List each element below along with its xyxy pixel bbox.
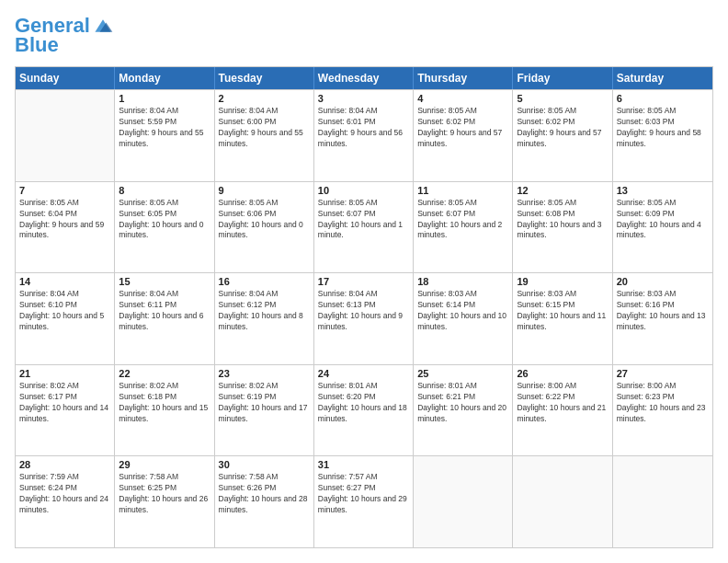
calendar-cell: 10Sunrise: 8:05 AM Sunset: 6:07 PM Dayli… [314, 182, 414, 273]
day-info: Sunrise: 8:04 AM Sunset: 6:01 PM Dayligh… [318, 106, 409, 150]
day-number: 30 [219, 459, 310, 470]
calendar-cell: 6Sunrise: 8:05 AM Sunset: 6:03 PM Daylig… [613, 90, 712, 181]
day-number: 7 [19, 185, 110, 196]
page: General Blue SundayMondayTuesdayWednesda… [0, 0, 728, 563]
calendar-cell: 26Sunrise: 8:00 AM Sunset: 6:22 PM Dayli… [513, 365, 612, 456]
logo: General Blue [15, 15, 114, 57]
day-info: Sunrise: 8:05 AM Sunset: 6:07 PM Dayligh… [318, 198, 409, 242]
day-info: Sunrise: 8:04 AM Sunset: 6:00 PM Dayligh… [219, 106, 310, 150]
calendar: SundayMondayTuesdayWednesdayThursdayFrid… [15, 66, 713, 548]
calendar-cell: 29Sunrise: 7:58 AM Sunset: 6:25 PM Dayli… [115, 456, 214, 547]
day-info: Sunrise: 8:01 AM Sunset: 6:21 PM Dayligh… [417, 381, 508, 425]
day-number: 15 [119, 276, 210, 287]
weekday-header: Thursday [414, 67, 513, 89]
day-number: 31 [318, 459, 409, 470]
day-info: Sunrise: 8:05 AM Sunset: 6:08 PM Dayligh… [517, 198, 608, 242]
calendar-cell: 19Sunrise: 8:03 AM Sunset: 6:15 PM Dayli… [513, 273, 612, 364]
day-info: Sunrise: 8:05 AM Sunset: 6:09 PM Dayligh… [617, 198, 709, 242]
day-info: Sunrise: 8:05 AM Sunset: 6:04 PM Dayligh… [19, 198, 110, 242]
day-number: 24 [318, 368, 409, 379]
day-number: 6 [617, 93, 709, 104]
day-number: 16 [219, 276, 310, 287]
calendar-cell: 4Sunrise: 8:05 AM Sunset: 6:02 PM Daylig… [414, 90, 513, 181]
day-info: Sunrise: 8:02 AM Sunset: 6:18 PM Dayligh… [119, 381, 210, 425]
day-number: 10 [318, 185, 409, 196]
day-info: Sunrise: 8:05 AM Sunset: 6:03 PM Dayligh… [617, 106, 709, 150]
day-info: Sunrise: 8:03 AM Sunset: 6:15 PM Dayligh… [517, 289, 608, 333]
day-info: Sunrise: 8:05 AM Sunset: 6:05 PM Dayligh… [119, 198, 210, 242]
day-info: Sunrise: 8:00 AM Sunset: 6:23 PM Dayligh… [617, 381, 709, 425]
calendar-cell [16, 90, 115, 181]
calendar-cell: 28Sunrise: 7:59 AM Sunset: 6:24 PM Dayli… [16, 456, 115, 547]
weekday-header: Tuesday [215, 67, 314, 89]
weekday-header: Wednesday [314, 67, 414, 89]
weekday-header: Friday [513, 67, 612, 89]
calendar-cell: 16Sunrise: 8:04 AM Sunset: 6:12 PM Dayli… [215, 273, 314, 364]
day-number: 22 [119, 368, 210, 379]
weekday-header: Sunday [16, 67, 115, 89]
day-number: 5 [517, 93, 608, 104]
day-number: 4 [417, 93, 508, 104]
day-info: Sunrise: 8:04 AM Sunset: 6:11 PM Dayligh… [119, 289, 210, 333]
day-info: Sunrise: 7:58 AM Sunset: 6:26 PM Dayligh… [219, 472, 310, 516]
calendar-cell: 25Sunrise: 8:01 AM Sunset: 6:21 PM Dayli… [414, 365, 513, 456]
calendar-cell: 7Sunrise: 8:05 AM Sunset: 6:04 PM Daylig… [16, 182, 115, 273]
day-info: Sunrise: 8:02 AM Sunset: 6:19 PM Dayligh… [219, 381, 310, 425]
logo-icon [92, 15, 114, 37]
calendar-cell: 23Sunrise: 8:02 AM Sunset: 6:19 PM Dayli… [215, 365, 314, 456]
day-info: Sunrise: 8:05 AM Sunset: 6:02 PM Dayligh… [517, 106, 608, 150]
day-number: 25 [417, 368, 508, 379]
day-info: Sunrise: 8:04 AM Sunset: 6:13 PM Dayligh… [318, 289, 409, 333]
calendar-cell: 24Sunrise: 8:01 AM Sunset: 6:20 PM Dayli… [314, 365, 414, 456]
day-number: 26 [517, 368, 608, 379]
day-number: 13 [617, 185, 709, 196]
calendar-cell: 20Sunrise: 8:03 AM Sunset: 6:16 PM Dayli… [613, 273, 712, 364]
calendar-header: SundayMondayTuesdayWednesdayThursdayFrid… [16, 67, 712, 89]
weekday-header: Monday [115, 67, 214, 89]
day-info: Sunrise: 8:03 AM Sunset: 6:16 PM Dayligh… [617, 289, 709, 333]
day-info: Sunrise: 8:05 AM Sunset: 6:07 PM Dayligh… [417, 198, 508, 242]
calendar-row: 14Sunrise: 8:04 AM Sunset: 6:10 PM Dayli… [16, 272, 712, 364]
day-number: 23 [219, 368, 310, 379]
day-number: 2 [219, 93, 310, 104]
calendar-cell: 5Sunrise: 8:05 AM Sunset: 6:02 PM Daylig… [513, 90, 612, 181]
day-info: Sunrise: 8:04 AM Sunset: 5:59 PM Dayligh… [119, 106, 210, 150]
calendar-cell: 3Sunrise: 8:04 AM Sunset: 6:01 PM Daylig… [314, 90, 414, 181]
calendar-body: 1Sunrise: 8:04 AM Sunset: 5:59 PM Daylig… [16, 89, 712, 547]
calendar-cell: 2Sunrise: 8:04 AM Sunset: 6:00 PM Daylig… [215, 90, 314, 181]
day-info: Sunrise: 8:02 AM Sunset: 6:17 PM Dayligh… [19, 381, 110, 425]
calendar-row: 21Sunrise: 8:02 AM Sunset: 6:17 PM Dayli… [16, 364, 712, 456]
day-number: 28 [19, 459, 110, 470]
calendar-cell: 12Sunrise: 8:05 AM Sunset: 6:08 PM Dayli… [513, 182, 612, 273]
calendar-cell: 31Sunrise: 7:57 AM Sunset: 6:27 PM Dayli… [314, 456, 414, 547]
calendar-cell: 15Sunrise: 8:04 AM Sunset: 6:11 PM Dayli… [115, 273, 214, 364]
day-info: Sunrise: 8:05 AM Sunset: 6:06 PM Dayligh… [219, 198, 310, 242]
calendar-cell: 9Sunrise: 8:05 AM Sunset: 6:06 PM Daylig… [215, 182, 314, 273]
day-number: 14 [19, 276, 110, 287]
calendar-cell [414, 456, 513, 547]
calendar-cell: 22Sunrise: 8:02 AM Sunset: 6:18 PM Dayli… [115, 365, 214, 456]
day-number: 11 [417, 185, 508, 196]
day-number: 9 [219, 185, 310, 196]
calendar-cell: 1Sunrise: 8:04 AM Sunset: 5:59 PM Daylig… [115, 90, 214, 181]
calendar-cell: 14Sunrise: 8:04 AM Sunset: 6:10 PM Dayli… [16, 273, 115, 364]
day-number: 1 [119, 93, 210, 104]
calendar-cell: 21Sunrise: 8:02 AM Sunset: 6:17 PM Dayli… [16, 365, 115, 456]
calendar-cell: 11Sunrise: 8:05 AM Sunset: 6:07 PM Dayli… [414, 182, 513, 273]
day-number: 19 [517, 276, 608, 287]
calendar-cell: 17Sunrise: 8:04 AM Sunset: 6:13 PM Dayli… [314, 273, 414, 364]
calendar-cell: 30Sunrise: 7:58 AM Sunset: 6:26 PM Dayli… [215, 456, 314, 547]
day-number: 3 [318, 93, 409, 104]
day-info: Sunrise: 7:58 AM Sunset: 6:25 PM Dayligh… [119, 472, 210, 516]
day-info: Sunrise: 8:05 AM Sunset: 6:02 PM Dayligh… [417, 106, 508, 150]
calendar-cell [513, 456, 612, 547]
day-number: 29 [119, 459, 210, 470]
day-number: 21 [19, 368, 110, 379]
day-number: 27 [617, 368, 709, 379]
day-info: Sunrise: 8:04 AM Sunset: 6:10 PM Dayligh… [19, 289, 110, 333]
calendar-cell: 18Sunrise: 8:03 AM Sunset: 6:14 PM Dayli… [414, 273, 513, 364]
calendar-row: 1Sunrise: 8:04 AM Sunset: 5:59 PM Daylig… [16, 89, 712, 181]
day-info: Sunrise: 7:57 AM Sunset: 6:27 PM Dayligh… [318, 472, 409, 516]
calendar-cell: 13Sunrise: 8:05 AM Sunset: 6:09 PM Dayli… [613, 182, 712, 273]
header: General Blue [15, 15, 713, 57]
